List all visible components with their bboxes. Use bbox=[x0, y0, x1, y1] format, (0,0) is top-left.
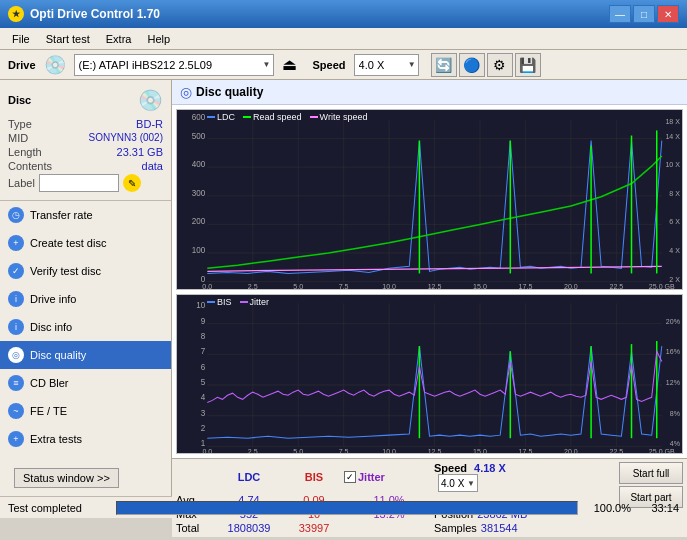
contents-value: data bbox=[142, 160, 163, 172]
maximize-button[interactable]: □ bbox=[633, 5, 655, 23]
sidebar-item-fe-te[interactable]: ~ FE / TE bbox=[0, 397, 171, 425]
transfer-rate-label: Transfer rate bbox=[30, 209, 93, 221]
svg-text:20.0: 20.0 bbox=[564, 447, 578, 453]
svg-text:14 X: 14 X bbox=[665, 133, 680, 141]
disc-info-panel: Disc 💿 Type BD-R MID SONYNN3 (002) Lengt… bbox=[0, 80, 171, 201]
disc-type-row: Type BD-R bbox=[8, 118, 163, 130]
svg-text:22.5: 22.5 bbox=[609, 283, 623, 289]
disc-info-icon: i bbox=[8, 319, 24, 335]
disc-quality-header: ◎ Disc quality bbox=[172, 80, 687, 105]
svg-text:12%: 12% bbox=[666, 379, 681, 387]
total-label: Total bbox=[176, 522, 214, 534]
eject-icon[interactable]: ⏏ bbox=[282, 55, 297, 74]
create-disc-icon: + bbox=[8, 235, 24, 251]
verify-disc-label: Verify test disc bbox=[30, 265, 101, 277]
start-full-button[interactable]: Start full bbox=[619, 462, 683, 484]
disc-image-icon: 💿 bbox=[138, 88, 163, 112]
ldc-chart: LDC Read speed Write speed bbox=[176, 109, 683, 290]
bis-label: BIS bbox=[217, 297, 232, 307]
svg-text:25.0 GB: 25.0 GB bbox=[649, 447, 675, 453]
label-edit-icon[interactable]: ✎ bbox=[123, 174, 141, 192]
svg-text:17.5: 17.5 bbox=[519, 447, 533, 453]
sidebar-item-disc-info[interactable]: i Disc info bbox=[0, 313, 171, 341]
drive-label: Drive bbox=[8, 59, 36, 71]
mid-value: SONYNN3 (002) bbox=[89, 132, 163, 144]
drive-info-label: Drive info bbox=[30, 293, 76, 305]
svg-text:22.5: 22.5 bbox=[609, 447, 623, 453]
menu-extra[interactable]: Extra bbox=[98, 31, 140, 47]
label-input[interactable] bbox=[39, 174, 119, 192]
save-button[interactable]: 💾 bbox=[515, 53, 541, 77]
disc-mid-row: MID SONYNN3 (002) bbox=[8, 132, 163, 144]
refresh-button[interactable]: 🔄 bbox=[431, 53, 457, 77]
total-row: Total 1808039 33997 Samples 381544 bbox=[176, 522, 615, 534]
progress-track bbox=[116, 501, 578, 515]
menu-start-test[interactable]: Start test bbox=[38, 31, 98, 47]
bis-col-header: BIS bbox=[284, 471, 344, 483]
settings-button[interactable]: ⚙ bbox=[487, 53, 513, 77]
svg-text:0.0: 0.0 bbox=[202, 447, 212, 453]
write-speed-label: Write speed bbox=[320, 112, 368, 122]
speed-select[interactable]: 4.0 X bbox=[354, 54, 419, 76]
quality-speed-select[interactable]: 4.0 X bbox=[438, 474, 478, 492]
svg-text:12.5: 12.5 bbox=[428, 447, 442, 453]
status-window-button[interactable]: Status window >> bbox=[14, 468, 119, 488]
sidebar-item-drive-info[interactable]: i Drive info bbox=[0, 285, 171, 313]
svg-text:7.5: 7.5 bbox=[339, 283, 349, 289]
right-panel: ◎ Disc quality LDC Read speed bbox=[172, 80, 687, 496]
svg-text:2.5: 2.5 bbox=[248, 447, 258, 453]
svg-text:4: 4 bbox=[201, 393, 206, 402]
svg-text:6 X: 6 X bbox=[669, 218, 680, 226]
label-label: Label bbox=[8, 177, 35, 189]
menu-file[interactable]: File bbox=[4, 31, 38, 47]
svg-text:400: 400 bbox=[192, 160, 206, 169]
sidebar-item-disc-quality[interactable]: ◎ Disc quality bbox=[0, 341, 171, 369]
svg-text:5.0: 5.0 bbox=[293, 447, 303, 453]
chart1-legend: LDC Read speed Write speed bbox=[207, 112, 367, 122]
total-ldc: 1808039 bbox=[214, 522, 284, 534]
drive-icon: 💿 bbox=[44, 54, 66, 76]
menu-help[interactable]: Help bbox=[139, 31, 178, 47]
verify-disc-icon: ✓ bbox=[8, 263, 24, 279]
progress-percent: 100.0% bbox=[586, 502, 631, 514]
sidebar-item-cd-bler[interactable]: ≡ CD Bler bbox=[0, 369, 171, 397]
jitter-checkbox[interactable]: ✓ bbox=[344, 471, 356, 483]
svg-text:9: 9 bbox=[201, 316, 206, 325]
type-value: BD-R bbox=[136, 118, 163, 130]
drive-bar: Drive 💿 (E:) ATAPI iHBS212 2.5L09 ▼ ⏏ Sp… bbox=[0, 50, 687, 80]
svg-text:2: 2 bbox=[201, 424, 206, 433]
ldc-col-header: LDC bbox=[214, 471, 284, 483]
contents-label: Contents bbox=[8, 160, 52, 172]
disc-quality-icon: ◎ bbox=[8, 347, 24, 363]
jitter-label: Jitter bbox=[250, 297, 270, 307]
ldc-legend: LDC bbox=[207, 112, 235, 122]
type-label: Type bbox=[8, 118, 32, 130]
svg-text:5: 5 bbox=[201, 378, 206, 387]
sidebar-item-create-test-disc[interactable]: + Create test disc bbox=[0, 229, 171, 257]
sidebar-item-verify-test-disc[interactable]: ✓ Verify test disc bbox=[0, 257, 171, 285]
svg-text:10: 10 bbox=[196, 301, 205, 310]
sidebar: Disc 💿 Type BD-R MID SONYNN3 (002) Lengt… bbox=[0, 80, 172, 496]
fe-te-label: FE / TE bbox=[30, 405, 67, 417]
svg-text:0.0: 0.0 bbox=[202, 283, 212, 289]
bottom-stats: LDC BIS ✓ Jitter Speed 4.18 X 4.0 X bbox=[172, 458, 687, 537]
length-value: 23.31 GB bbox=[117, 146, 163, 158]
start-buttons: Start full Start part bbox=[619, 462, 683, 534]
drive-select[interactable]: (E:) ATAPI iHBS212 2.5L09 bbox=[74, 54, 274, 76]
cd-bler-icon: ≡ bbox=[8, 375, 24, 391]
sidebar-item-transfer-rate[interactable]: ◷ Transfer rate bbox=[0, 201, 171, 229]
svg-text:17.5: 17.5 bbox=[519, 283, 533, 289]
info-button[interactable]: 🔵 bbox=[459, 53, 485, 77]
disc-quality-label: Disc quality bbox=[30, 349, 86, 361]
close-button[interactable]: ✕ bbox=[657, 5, 679, 23]
svg-text:200: 200 bbox=[192, 217, 206, 226]
disc-quality-header-icon: ◎ bbox=[180, 84, 192, 100]
drive-info-icon: i bbox=[8, 291, 24, 307]
sidebar-item-extra-tests[interactable]: + Extra tests bbox=[0, 425, 171, 453]
status-label: Test completed bbox=[8, 502, 108, 514]
read-speed-dot bbox=[243, 116, 251, 118]
speed-label: Speed bbox=[313, 59, 346, 71]
cd-bler-label: CD Bler bbox=[30, 377, 69, 389]
minimize-button[interactable]: — bbox=[609, 5, 631, 23]
disc-contents-row: Contents data bbox=[8, 160, 163, 172]
